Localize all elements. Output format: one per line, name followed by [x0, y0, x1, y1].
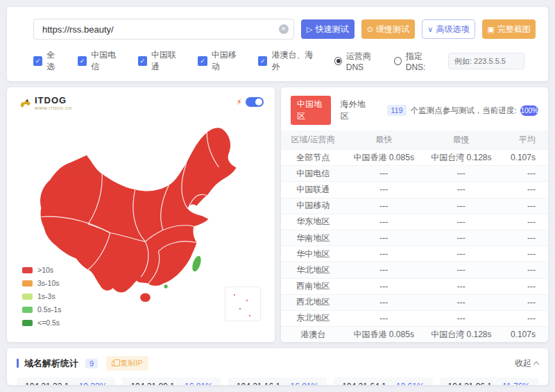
- table-row[interactable]: 华北地区 --- --- ---: [281, 262, 548, 278]
- table-row[interactable]: 中国电信 --- --- ---: [281, 165, 548, 181]
- cell-slowest: 中国台湾 0.128s: [422, 329, 500, 341]
- mainland-region[interactable]: [40, 128, 237, 292]
- collapse-label: 收起: [515, 357, 531, 369]
- ip-percentage: 19.33%: [79, 382, 108, 385]
- cell-average: 0.107s: [500, 330, 548, 339]
- advanced-options-button[interactable]: ∨ 高级选项: [422, 19, 475, 39]
- checkbox-checked-icon: ✓: [138, 56, 147, 66]
- cell-slowest: ---: [422, 314, 500, 323]
- cell-region: 西北地区: [281, 296, 345, 308]
- cell-region: 中国电信: [281, 168, 345, 180]
- cell-fastest: 中国香港 0.085s: [345, 152, 422, 164]
- cell-average: 0.107s: [500, 153, 548, 162]
- slow-test-button[interactable]: ⊙ 缓慢测试: [361, 19, 415, 39]
- ip-address: 104.21.64.1: [342, 382, 386, 385]
- tab-overseas-region[interactable]: 海外地区: [341, 99, 368, 122]
- table-row[interactable]: 中国联通 --- --- ---: [281, 181, 548, 197]
- cell-region: 港澳台: [281, 329, 345, 341]
- cell-region: 华中地区: [281, 248, 345, 260]
- chevron-down-icon: ∨: [427, 26, 433, 33]
- table-row[interactable]: 中国移动 --- --- ---: [281, 198, 548, 214]
- checkbox-checked-icon: ✓: [258, 56, 267, 66]
- checkbox-china-telecom[interactable]: ✓ 中国电信: [78, 49, 123, 73]
- results-panel: 中国地区 海外地区 119 个监测点参与测试，当前进度: 100% 区域/运营商…: [281, 87, 548, 342]
- dns-stats-title: 域名解析统计: [24, 357, 78, 370]
- full-screenshot-button[interactable]: ▣ 完整截图: [482, 19, 536, 39]
- ip-stat-item[interactable]: 104.21.80.1 16.81%: [122, 377, 221, 385]
- table-row[interactable]: 西北地区 --- --- ---: [281, 294, 548, 310]
- legend-label: >10s: [37, 266, 53, 274]
- cell-region: 华南地区: [281, 232, 345, 244]
- checkbox-select-all[interactable]: ✓ 全选: [33, 49, 62, 73]
- quick-test-label: 快速测试: [315, 24, 348, 35]
- results-table-header: 区域/运营商 最快 最慢 平均: [281, 130, 548, 149]
- checkbox-label: 全选: [46, 49, 62, 73]
- cell-average: ---: [500, 185, 548, 194]
- cell-average: ---: [500, 217, 548, 227]
- table-row[interactable]: 港澳台 中国香港 0.085s 中国台湾 0.128s 0.107s: [281, 326, 548, 342]
- south-china-sea-inset: [225, 287, 261, 321]
- cell-slowest: ---: [422, 185, 500, 194]
- results-header: 中国地区 海外地区 119 个监测点参与测试，当前进度: 100%: [281, 96, 548, 125]
- ip-stat-item[interactable]: 104.21.16.1 16.81%: [228, 377, 327, 385]
- carrier-dns-radio[interactable]: [334, 57, 342, 65]
- realtime-toggle[interactable]: [246, 97, 264, 107]
- cell-slowest: ---: [422, 217, 500, 227]
- title-accent-bar: [17, 359, 19, 368]
- checkbox-china-unicom[interactable]: ✓ 中国联通: [138, 49, 183, 73]
- cell-slowest: ---: [422, 233, 500, 243]
- custom-dns-radio[interactable]: [394, 57, 402, 65]
- cell-region: 中国联通: [281, 184, 345, 196]
- ip-address: 104.21.96.1: [448, 382, 492, 385]
- full-screenshot-label: 完整截图: [497, 24, 531, 35]
- play-icon: ▷: [307, 26, 312, 33]
- table-row[interactable]: 华东地区 --- --- ---: [281, 214, 548, 230]
- tab-china-region[interactable]: 中国地区: [291, 96, 331, 125]
- cell-average: ---: [500, 249, 548, 259]
- clear-input-icon[interactable]: ✕: [279, 24, 289, 34]
- table-row[interactable]: 东北地区 --- --- ---: [281, 310, 548, 326]
- progress-bar: 100%: [520, 105, 538, 116]
- url-input[interactable]: [33, 19, 294, 40]
- dns-count-badge: 9: [85, 359, 98, 368]
- table-row[interactable]: 全部节点 中国香港 0.085s 中国台湾 0.128s 0.107s: [281, 149, 548, 165]
- checkbox-checked-icon: ✓: [198, 56, 207, 66]
- dns-options-group: 运营商DNS 指定DNS:: [334, 51, 536, 72]
- ip-stat-item[interactable]: 104.21.64.1 12.61%: [334, 377, 432, 385]
- col-header-slowest: 最慢: [422, 134, 500, 146]
- cell-fastest: ---: [345, 282, 422, 291]
- col-header-fastest: 最快: [345, 134, 422, 146]
- table-row[interactable]: 华南地区 --- --- ---: [281, 230, 548, 246]
- ip-stat-item[interactable]: 104.21.96.1 11.76%: [440, 377, 538, 385]
- cell-fastest: ---: [345, 249, 422, 259]
- legend-swatch: [22, 320, 33, 326]
- ip-stat-item[interactable]: 104.21.32.1 19.33%: [17, 377, 115, 385]
- chevron-up-icon: [533, 361, 539, 367]
- collapse-button[interactable]: 收起: [515, 357, 538, 369]
- hongkong-marker[interactable]: [164, 284, 168, 288]
- copy-ip-button[interactable]: 复制IP: [106, 356, 148, 370]
- legend-item: 0.5s-1s: [22, 305, 61, 314]
- middle-row: ITDOG WWW.ITDOG.CN ⚡: [7, 87, 548, 342]
- cell-average: ---: [500, 282, 548, 291]
- checkbox-china-mobile[interactable]: ✓ 中国移动: [198, 49, 243, 73]
- cell-region: 中国移动: [281, 200, 345, 212]
- col-header-average: 平均: [500, 134, 548, 146]
- url-input-wrap: ✕: [33, 19, 294, 40]
- cell-average: ---: [500, 314, 548, 323]
- table-row[interactable]: 华中地区 --- --- ---: [281, 246, 548, 262]
- legend-label: 0.5s-1s: [37, 305, 61, 314]
- ip-percentage: 12.61%: [396, 382, 425, 385]
- checkbox-hmt-overseas[interactable]: ✓ 港澳台、海外: [258, 49, 319, 73]
- itdog-test-page: ✕ ▷ 快速测试 ⊙ 缓慢测试 ∨ 高级选项 ▣ 完整截图 ✓ 全选: [0, 0, 555, 392]
- legend-swatch: [22, 267, 33, 273]
- node-count-badge: 119: [387, 105, 407, 116]
- checkbox-label: 中国联通: [151, 49, 182, 73]
- hainan-region[interactable]: [140, 293, 151, 302]
- custom-dns-input[interactable]: [448, 53, 524, 69]
- taiwan-region[interactable]: [191, 255, 203, 272]
- quick-test-button[interactable]: ▷ 快速测试: [301, 19, 355, 39]
- checkbox-checked-icon: ✓: [78, 56, 87, 66]
- cell-region: 全部节点: [281, 152, 345, 164]
- table-row[interactable]: 西南地区 --- --- ---: [281, 278, 548, 294]
